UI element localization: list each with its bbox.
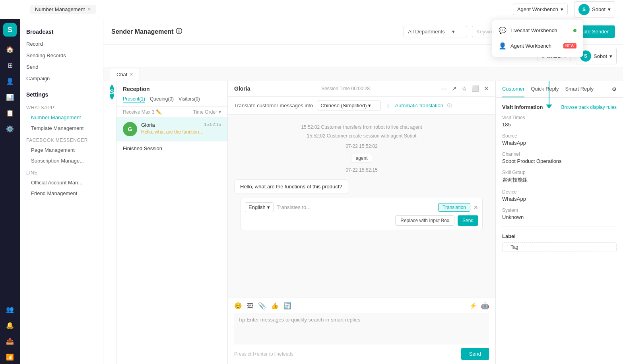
chat-item-name: Gloria <box>141 122 155 128</box>
tab-close-icon[interactable]: ✕ <box>130 72 133 77</box>
settings-cog-icon[interactable]: ⚙ <box>612 86 617 92</box>
agent-workbench-button[interactable]: Agent Workbench ▾ <box>513 4 568 15</box>
visit-info-section-header: Visit Information Browse track display r… <box>502 104 617 110</box>
nav-item-sending-records[interactable]: Sending Records <box>20 50 103 61</box>
nav-item-number-management[interactable]: Number Management <box>20 112 103 123</box>
close-translation-icon[interactable]: ✕ <box>474 204 478 211</box>
device-row: Device WhatsApp <box>502 189 617 202</box>
device-label: Device <box>502 189 617 195</box>
image-icon[interactable]: 🖼 <box>247 302 253 310</box>
chat-list-item[interactable]: G Gloria 15:52:15 Hello, what are the fu… <box>116 117 227 141</box>
sidebar-icon-chart[interactable]: 📊 <box>3 90 17 104</box>
star-icon[interactable]: ☆ <box>462 85 467 92</box>
english-selector[interactable]: English ▾ <box>245 202 274 212</box>
translation-badge[interactable]: Translation <box>438 203 470 212</box>
eng-chevron-icon: ▾ <box>267 204 270 210</box>
online-dot <box>573 29 576 32</box>
right-panel-tabs: Customer Quick Reply Smart Reply ⚙ <box>496 81 623 98</box>
open-external-icon[interactable]: ↗ <box>452 85 457 92</box>
nav-item-template-management[interactable]: Template Management <box>20 123 103 134</box>
input-footer: Press ctrl+enter to linefeeds Send <box>234 345 489 360</box>
number-management-tab[interactable]: Number Management ✕ <box>30 5 96 14</box>
close-icon[interactable]: ✕ <box>484 85 489 92</box>
nav-item-send[interactable]: Send <box>20 61 103 73</box>
message-input-box[interactable]: Tip:Enter messages to quickly search in … <box>234 313 489 345</box>
sidebar-icon-book[interactable]: 📋 <box>3 106 17 120</box>
sidebar-icon-settings[interactable]: ⚙️ <box>3 122 17 136</box>
messages-area[interactable]: 15:52:02 Customer transfers from robot t… <box>228 115 495 298</box>
dept-placeholder: All Departments <box>408 29 444 35</box>
attach-icon[interactable]: 📎 <box>258 302 266 310</box>
nav-item-page-management[interactable]: Page Management <box>20 145 103 155</box>
device-value: WhatsApp <box>502 196 617 202</box>
whatsapp-section: WhatsApp <box>20 101 103 112</box>
skill-group-label: Skill Group <box>502 170 617 175</box>
workbench-dropdown: 💬 Livechat Workbench 👤 Agent Workbench N… <box>492 19 583 57</box>
left-nav: Broadcast Record Sending Records Send Ca… <box>20 19 103 364</box>
tab-smart-reply[interactable]: Smart Reply <box>565 81 594 97</box>
toolbar-right: ⚡ 🤖 <box>469 302 489 310</box>
chevron-down-icon: ▾ <box>608 6 611 12</box>
visit-info-title: Visit Information <box>502 104 543 110</box>
language-selector[interactable]: Chinese (Simplified) ▾ <box>317 101 381 110</box>
avatar: S <box>578 4 590 15</box>
emoji-icon[interactable]: 😊 <box>234 302 242 310</box>
channel-row: Channel Sobot Product Operations <box>502 151 617 164</box>
reception-header: Reception Present(1) Queuing(0) Visitors… <box>116 81 227 107</box>
nav-item-subscription[interactable]: Subscription Manage... <box>20 155 103 166</box>
chat-actions: ⋯ ↗ ☆ ⬜ ✕ <box>441 85 489 92</box>
tab-queuing[interactable]: Queuing(0) <box>150 95 174 103</box>
browse-track-link[interactable]: Browse track display rules <box>561 105 617 110</box>
info-icon[interactable]: ⓘ <box>176 27 182 36</box>
sidebar-icon-wifi[interactable]: 📶 <box>3 350 17 364</box>
chevron-down-icon: ▾ <box>561 6 563 12</box>
more-icon[interactable]: ⋯ <box>441 85 447 92</box>
session-time: Session Time 00:00:28 <box>321 86 370 91</box>
minimize-icon[interactable]: ⬜ <box>472 85 479 92</box>
auto-translate-link[interactable]: Automatic translation <box>395 103 443 108</box>
tab-chat[interactable]: Chat ✕ <box>110 68 140 81</box>
edit-icon[interactable]: ✏️ <box>156 109 162 115</box>
sidebar-icon-user[interactable]: 👤 <box>3 74 17 88</box>
sidebar-icon-bell[interactable]: 🔔 <box>3 318 17 332</box>
chat-item-info: Gloria 15:52:15 Hello, what are the func… <box>141 122 221 135</box>
topbar-right: Agent Workbench ▾ S Sobot ▾ <box>513 1 615 18</box>
send-main-button[interactable]: Send <box>461 348 489 360</box>
nav-item-official-account[interactable]: Official Account Man... <box>20 177 103 188</box>
sidebar-icon-person[interactable]: 👥 <box>3 302 17 316</box>
sidebar-icon-home[interactable]: 🏠 <box>3 42 17 56</box>
sidebar-icon-inbox[interactable]: 📥 <box>3 334 17 348</box>
translate-icon[interactable]: 🔄 <box>283 302 291 310</box>
lightning-icon[interactable]: ⚡ <box>469 302 477 310</box>
tab-close-icon[interactable]: ✕ <box>87 7 91 12</box>
right-panel-content: Visit Information Browse track display r… <box>496 98 623 258</box>
send-small-button[interactable]: Send <box>458 215 478 226</box>
thumbsup-icon[interactable]: 👍 <box>271 302 279 310</box>
icon-sidebar: S 🏠 ⊞ 👤 📊 📋 ⚙️ 👥 🔔 📥 📶 <box>0 19 20 364</box>
tab-customer[interactable]: Customer <box>502 81 524 97</box>
add-tag-button[interactable]: + Tag <box>502 242 617 252</box>
sidebar-icon-grid[interactable]: ⊞ <box>3 58 17 72</box>
channel-label: Channel <box>502 151 617 157</box>
nav-item-record[interactable]: Record <box>20 38 103 50</box>
sobot-button[interactable]: S Sobot ▾ <box>574 1 615 18</box>
avatar-initial: S <box>582 7 586 12</box>
time-order-label[interactable]: Time Order <box>193 109 217 115</box>
bot-icon[interactable]: 🤖 <box>481 302 489 310</box>
visit-times-row: Visit Times 185 <box>502 115 617 128</box>
visit-times-value: 185 <box>502 122 617 128</box>
reception-tabs: Present(1) Queuing(0) Visitors(0) <box>123 95 221 103</box>
nav-item-campaign[interactable]: Campaign <box>20 73 103 84</box>
dept-select[interactable]: All Departments ▾ <box>404 26 467 37</box>
replace-with-input-box-button[interactable]: Replace with Input Box <box>395 215 454 226</box>
livechat-workbench-item[interactable]: 💬 Livechat Workbench <box>492 23 583 38</box>
agent-workbench-item[interactable]: 👤 Agent Workbench NEW <box>492 38 583 54</box>
main-content: Sender Management ⓘ All Departments ▾ Ke… <box>103 19 623 364</box>
tab-present[interactable]: Present(1) <box>123 95 145 103</box>
agent-icon: 👤 <box>499 42 507 50</box>
translation-row-2: Replace with Input Box Send <box>245 215 478 226</box>
nav-item-friend-management[interactable]: Friend Management <box>20 188 103 199</box>
tab-visitors[interactable]: Visitors(0) <box>179 95 200 103</box>
tab-quick-reply[interactable]: Quick Reply <box>531 81 559 97</box>
right-panel: Customer Quick Reply Smart Reply ⚙ Visit… <box>496 81 623 364</box>
